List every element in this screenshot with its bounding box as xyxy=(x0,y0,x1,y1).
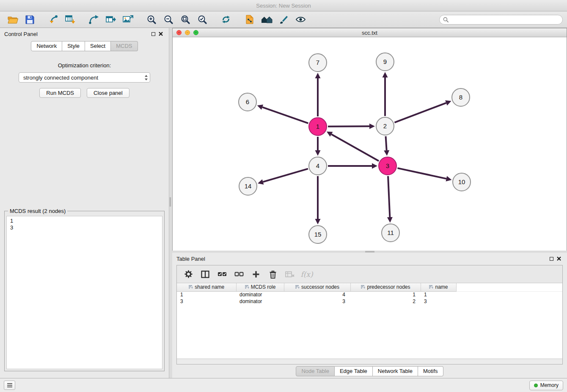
table-settings-button[interactable] xyxy=(182,268,195,281)
close-panel-button-2[interactable]: Close panel xyxy=(87,88,129,98)
table-panel: Table Panel xyxy=(172,253,567,378)
tab-mcds[interactable]: MCDS xyxy=(111,41,138,51)
column-header-mcds-role[interactable]: MCDS role xyxy=(236,283,284,291)
table-frame: f(x) shared nameMCDS rolesuccessor nodes… xyxy=(176,265,563,364)
memory-button[interactable]: Memory xyxy=(529,381,563,390)
table-row[interactable]: 1dominator411 xyxy=(177,291,562,298)
table-cell[interactable]: 1 xyxy=(350,291,421,298)
node-2[interactable]: 2 xyxy=(376,117,394,135)
close-icon xyxy=(557,257,561,261)
edge-4-3[interactable] xyxy=(328,163,377,169)
edge-2-8[interactable] xyxy=(394,100,451,122)
zoom-in-button[interactable] xyxy=(143,13,160,26)
column-header-successor-nodes[interactable]: successor nodes xyxy=(284,283,350,291)
tab-node-table[interactable]: Node Table xyxy=(296,366,335,376)
column-header-name[interactable]: name xyxy=(421,283,456,291)
table-cell[interactable]: 3 xyxy=(421,298,456,305)
horizontal-scrollbar[interactable] xyxy=(177,359,562,364)
edge-1-7[interactable] xyxy=(315,73,321,116)
table-cell[interactable]: 3 xyxy=(177,298,236,305)
edge-1-2[interactable] xyxy=(328,124,375,129)
zoom-window-button[interactable]: + xyxy=(193,30,198,35)
node-7[interactable]: 7 xyxy=(309,54,327,72)
column-header-shared-name[interactable]: shared name xyxy=(177,283,236,291)
add-row-button[interactable] xyxy=(250,268,262,281)
show-column-button[interactable] xyxy=(199,268,212,281)
vertical-splitter[interactable] xyxy=(169,28,172,378)
float-table-panel-button[interactable] xyxy=(548,255,555,262)
edge-3-10[interactable] xyxy=(397,168,451,181)
edge-4-15[interactable] xyxy=(315,176,321,224)
node-4[interactable]: 4 xyxy=(309,157,327,175)
edge-1-6[interactable] xyxy=(257,105,308,123)
zoom-out-button[interactable] xyxy=(160,13,177,26)
node-6[interactable]: 6 xyxy=(239,93,256,111)
style-brush-button[interactable] xyxy=(275,13,292,26)
node-14[interactable]: 14 xyxy=(239,177,257,195)
edge-2-3[interactable] xyxy=(384,136,389,156)
run-mcds-button[interactable]: Run MCDS xyxy=(39,88,81,98)
show-hide-button[interactable] xyxy=(292,13,309,26)
node-15[interactable]: 15 xyxy=(309,226,327,243)
export-network-button[interactable] xyxy=(85,13,102,26)
edge-4-14[interactable] xyxy=(258,169,308,185)
edge-3-1[interactable] xyxy=(327,132,379,161)
tab-edge-table[interactable]: Edge Table xyxy=(335,366,373,376)
tab-motifs[interactable]: Motifs xyxy=(418,366,443,376)
open-file-button[interactable] xyxy=(4,13,21,26)
export-table-button[interactable] xyxy=(102,13,119,26)
node-11[interactable]: 11 xyxy=(382,224,399,242)
tab-style[interactable]: Style xyxy=(62,41,85,51)
tab-network[interactable]: Network xyxy=(31,41,62,51)
save-session-button[interactable] xyxy=(21,13,38,26)
zoom-selected-button[interactable] xyxy=(194,13,211,26)
refresh-button[interactable] xyxy=(217,13,234,26)
import-network-button[interactable] xyxy=(45,13,62,26)
node-9[interactable]: 9 xyxy=(376,53,394,71)
tab-select[interactable]: Select xyxy=(85,41,111,51)
export-image-button[interactable] xyxy=(119,13,136,26)
table-cell[interactable]: 3 xyxy=(284,298,350,305)
deselect-all-button[interactable] xyxy=(233,268,245,281)
graph-area: 7968124310141511 xyxy=(173,37,567,251)
node-label: 1 xyxy=(316,123,319,130)
node-10[interactable]: 10 xyxy=(453,173,471,191)
task-console-button[interactable] xyxy=(4,381,15,390)
zoom-fit-button[interactable] xyxy=(177,13,194,26)
table-row[interactable]: 3dominator323 xyxy=(177,298,562,305)
table-cell[interactable]: 1 xyxy=(421,291,456,298)
node-8[interactable]: 8 xyxy=(452,88,470,106)
edge-3-11[interactable] xyxy=(387,176,393,223)
minimize-window-button[interactable]: − xyxy=(185,30,190,35)
edge-2-9[interactable] xyxy=(383,72,388,116)
select-all-button[interactable] xyxy=(216,268,228,281)
node-3[interactable]: 3 xyxy=(379,157,396,175)
first-neighbors-button[interactable] xyxy=(241,13,258,26)
delete-row-button[interactable] xyxy=(267,268,279,281)
table-cell[interactable]: 2 xyxy=(350,298,421,305)
tab-network-table[interactable]: Network Table xyxy=(373,366,418,376)
close-table-panel-button[interactable] xyxy=(555,255,563,262)
export-image-icon xyxy=(122,14,133,25)
import-table-button[interactable] xyxy=(62,13,79,26)
table-cell[interactable]: dominator xyxy=(236,298,284,305)
table-cell[interactable]: 4 xyxy=(284,291,350,298)
table-scroll-area[interactable]: shared nameMCDS rolesuccessor nodesprede… xyxy=(177,283,562,359)
table-cell[interactable]: 1 xyxy=(177,291,236,298)
mcds-result-list[interactable]: 13 xyxy=(6,216,162,369)
float-panel-button[interactable] xyxy=(149,30,157,38)
search-input[interactable] xyxy=(451,17,559,22)
optimization-select[interactable]: strongly connected component xyxy=(19,72,150,83)
graph-canvas[interactable]: 7968124310141511 xyxy=(173,37,567,250)
table-cell[interactable]: dominator xyxy=(236,291,284,298)
node-1[interactable]: 1 xyxy=(309,118,327,135)
window-controls: × − + xyxy=(176,30,198,35)
eye-icon xyxy=(295,15,306,24)
column-header-predecessor-nodes[interactable]: predecessor nodes xyxy=(350,283,421,291)
edge-1-4[interactable] xyxy=(315,137,321,156)
optimization-selected-value: strongly connected component xyxy=(23,75,144,81)
home-button[interactable] xyxy=(258,13,275,26)
node-label: 15 xyxy=(314,231,322,238)
close-panel-button[interactable] xyxy=(157,30,165,38)
close-window-button[interactable]: × xyxy=(176,30,182,35)
